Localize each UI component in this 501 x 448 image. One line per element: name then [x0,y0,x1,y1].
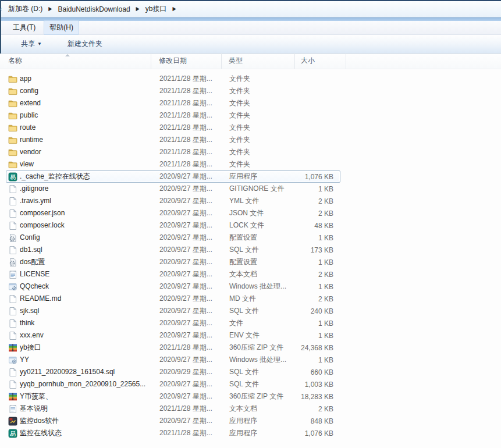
file-row[interactable]: composer.json 2020/9/27 星期... JSON 文件 2 … [6,207,340,219]
file-row[interactable]: QQcheck 2020/9/27 星期... Windows 批处理... 1… [6,280,340,293]
file-type: 配置设置 [222,257,296,267]
file-row[interactable]: YY 2020/9/27 星期... Windows 批处理... 1 KB [6,354,340,366]
file-name-cell: extend [6,97,152,109]
file-name-cell: config [6,85,152,97]
file-name: public [20,109,38,122]
zip-icon [8,343,17,353]
file-size: 2 KB [296,271,333,279]
file-type: 文本文档 [222,404,296,414]
file-type: YML 文件 [222,196,296,206]
sort-ascending-icon [65,54,70,56]
file-row[interactable]: db1.sql 2020/9/27 星期... SQL 文件 173 KB [6,244,340,256]
file-size: 1 KB [296,258,333,266]
file-name: 基本说明 [20,403,48,415]
file-row[interactable]: yy0211_20200928_161504.sql 2020/9/29 星期.… [6,366,340,378]
file-name-cell: yb接口 [6,342,152,354]
file-name-cell: vendor [6,146,152,158]
file-size: 660 KB [296,368,333,376]
file-row[interactable]: 监控在线状态 2021/1/28 星期... 应用程序 1,076 KB [6,427,340,439]
file-row[interactable]: .travis.yml 2020/9/27 星期... YML 文件 2 KB [6,195,340,207]
file-row[interactable]: .gitignore 2020/9/27 星期... GITIGNORE 文件 … [6,183,340,195]
share-button-label: 共享 [21,39,35,49]
file-date: 2020/9/27 星期... [152,379,222,389]
file-row[interactable]: dos配置 2020/9/27 星期... 配置设置 1 KB [6,256,340,268]
file-name-cell: think [6,317,152,329]
file-name: 监控在线状态 [20,427,62,439]
file-row[interactable]: composer.lock 2020/9/27 星期... LOCK 文件 48… [6,219,340,232]
file-name-cell: runtime [6,134,152,146]
file-row[interactable]: vendor 2021/1/28 星期... 文件夹 [6,146,340,158]
file-date: 2020/9/27 星期... [152,416,222,426]
file-row[interactable]: yyqb_pornhub_mon_20200910_22565... 2020/… [6,378,340,390]
breadcrumb-item[interactable]: 新加卷 (D:) [6,3,45,15]
file-name: 监控dos软件 [20,415,59,427]
column-header-type[interactable]: 类型 [222,53,295,69]
yi-app-icon [8,429,17,438]
file-row[interactable]: ._cache_监控在线状态 2020/9/27 星期... 应用程序 1,07… [6,170,340,183]
file-date: 2020/9/27 星期... [152,294,222,304]
file-row[interactable]: xxx.env 2020/9/27 星期... ENV 文件 1 KB [6,329,340,342]
file-name-cell: composer.lock [6,219,152,232]
file-name-cell: .gitignore [6,183,152,195]
command-toolbar: 共享 ▼ 新建文件夹 [1,35,501,54]
file-name: yyqb_pornhub_mon_20200910_22565... [20,378,145,390]
address-bar[interactable]: ‹ 新加卷 (D:)▶BaiduNetdiskDownload▶yb接口▶ [1,1,501,17]
file-icon [8,209,17,218]
file-row[interactable]: Config 2020/9/27 星期... 配置设置 1 KB [6,232,340,244]
file-row[interactable]: yb接口 2021/1/28 星期... 360压缩 ZIP 文件 24,368… [6,342,340,354]
yi-app-icon [8,172,17,182]
file-type: MD 文件 [222,294,296,304]
file-row[interactable]: Y币菠菜、 2020/9/27 星期... 360压缩 ZIP 文件 18,28… [6,390,340,403]
file-row[interactable]: app 2021/1/28 星期... 文件夹 [6,73,340,85]
file-date: 2020/9/27 星期... [152,318,222,328]
file-date: 2020/9/27 星期... [152,257,222,267]
file-row[interactable]: public 2021/1/28 星期... 文件夹 [6,109,340,122]
column-header-name[interactable]: 名称 [6,53,151,69]
file-row[interactable]: 基本说明 2021/1/28 星期... 文本文档 2 KB [6,403,340,415]
file-type: 文件夹 [222,135,296,145]
file-row[interactable]: 监控dos软件 2020/9/27 星期... 应用程序 848 KB [6,415,340,427]
file-row[interactable]: sjk.sql 2020/9/27 星期... SQL 文件 240 KB [6,305,340,317]
menu-item-help[interactable]: 帮助(H) [44,20,79,35]
file-date: 2020/9/27 星期... [152,306,222,316]
file-name-cell: xxx.env [6,329,152,342]
file-row[interactable]: README.md 2020/9/27 星期... MD 文件 2 KB [6,293,340,305]
column-header-size[interactable]: 大小 [295,53,346,69]
file-size: 1,003 KB [296,381,333,389]
file-type: 文件夹 [222,74,296,84]
file-name-cell: Config [6,232,152,244]
file-date: 2020/9/27 星期... [152,196,222,206]
breadcrumb-item[interactable]: yb接口 [143,3,169,15]
breadcrumb-separator-icon[interactable]: ▶ [170,6,178,12]
file-row[interactable]: route 2021/1/28 星期... 文件夹 [6,122,340,134]
folder-icon [8,99,17,108]
breadcrumb-item[interactable]: BaiduNetdiskDownload [55,4,132,15]
file-name-cell: dos配置 [6,256,152,268]
folder-icon [8,87,17,96]
file-row[interactable]: view 2021/1/28 星期... 文件夹 [6,158,340,170]
file-date: 2020/9/27 星期... [152,269,222,279]
column-header-date[interactable]: 修改日期 [151,53,222,69]
file-name: think [20,317,34,329]
explorer-window: ‹ 新加卷 (D:)▶BaiduNetdiskDownload▶yb接口▶ 工具… [0,0,501,448]
breadcrumb-separator-icon[interactable]: ▶ [134,6,142,12]
new-folder-button-label: 新建文件夹 [67,39,102,49]
file-row[interactable]: LICENSE 2020/9/27 星期... 文本文档 2 KB [6,268,340,280]
file-icon [8,184,17,194]
file-row[interactable]: extend 2021/1/28 星期... 文件夹 [6,97,340,109]
new-folder-button[interactable]: 新建文件夹 [63,37,107,51]
file-size: 1 KB [296,185,333,193]
share-button[interactable]: 共享 ▼ [16,37,47,51]
file-date: 2021/1/28 星期... [152,428,222,438]
file-row[interactable]: config 2021/1/28 星期... 文件夹 [6,85,340,97]
breadcrumb-overflow-chevron[interactable]: ‹ [0,6,5,12]
file-type: 文件夹 [222,123,296,133]
breadcrumb-separator-icon[interactable]: ▶ [46,6,54,12]
menu-item-tools[interactable]: 工具(T) [7,20,41,35]
file-row[interactable]: runtime 2021/1/28 星期... 文件夹 [6,134,340,146]
file-row[interactable]: think 2020/9/27 星期... 文件 1 KB [6,317,340,329]
file-name-cell: 监控dos软件 [6,415,152,427]
file-name: composer.lock [20,219,65,232]
file-icon [8,380,17,389]
menu-bar: 工具(T)帮助(H) [1,21,501,35]
